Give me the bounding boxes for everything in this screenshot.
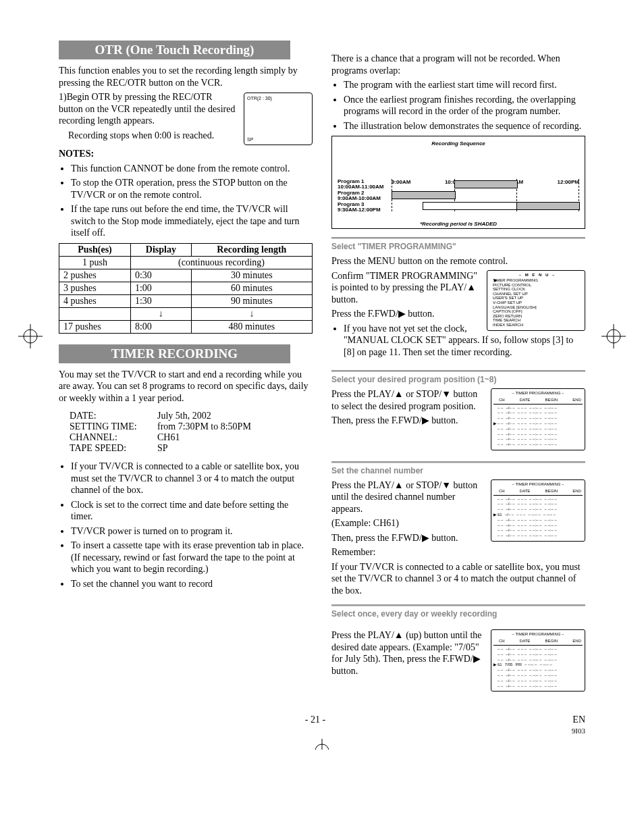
step1-line: Press the MENU button on the remote cont…: [331, 255, 585, 267]
list-item: Clock is set to the correct time and dat…: [71, 499, 313, 523]
otr-push-table: Push(es) Display Recording length 1 push…: [59, 243, 313, 334]
rev-code: 9I03: [572, 727, 585, 735]
step-header: Set the channel number: [331, 466, 585, 475]
list-item: The illustration below demonstrates the …: [344, 120, 585, 132]
recording-sequence-diagram: Recording Sequence Program 110:00AM-11:0…: [331, 136, 585, 229]
lang-code: EN: [572, 714, 585, 725]
programming-screen-diagram: – TIMER PROGRAMMING – CH DATE BEGIN END …: [491, 629, 585, 692]
list-item: If your TV/VCR is connected to a cable o…: [71, 461, 313, 496]
table-row: 1 push (continuous recording): [59, 256, 313, 269]
otr-section-header: OTR (One Touch Recording): [59, 41, 290, 59]
sequence-title: Recording Sequence: [338, 140, 579, 147]
list-item: To insert a cassette tape with its erase…: [71, 540, 313, 575]
table-row: 3 pushes 1:00 60 minutes: [59, 282, 313, 294]
table-header: Recording length: [191, 243, 312, 256]
overlap-intro: There is a chance that a program will no…: [331, 53, 585, 76]
programming-screen-diagram: – TIMER PROGRAMMING – CH DATE BEGIN END …: [491, 388, 585, 450]
list-item: To set the channel you want to record: [71, 578, 313, 590]
list-item: If the tape runs out before the end time…: [71, 203, 313, 239]
list-item: TV/VCR power is turned on to program it.: [71, 525, 313, 538]
table-header: Push(es): [59, 243, 131, 256]
timer-section-header: TIMER RECORDING: [59, 344, 290, 363]
overlap-bullets: The program with the earliest start time…: [331, 79, 585, 132]
timer-example: DATE:July 5th, 2002 SETTING TIME:from 7:…: [70, 411, 313, 454]
otr-notes-list: This function CANNOT be done from the re…: [59, 163, 313, 239]
otr-display-diagram: OTR(2 : 30) SP: [244, 93, 313, 145]
notes-label: NOTES:: [59, 148, 313, 160]
registration-mark-icon: [601, 324, 626, 348]
right-column: There is a chance that a program will no…: [331, 41, 585, 694]
otr-display-bottom-text: SP: [247, 137, 253, 142]
page-number: - 21 -: [305, 714, 325, 736]
page-footer: - 21 - EN 9I03: [59, 714, 585, 736]
registration-mark-icon: [310, 739, 334, 750]
step3-line: If your TV/VCR is connected to a cable o…: [331, 561, 585, 597]
table-row: ↓ ↓: [59, 307, 313, 320]
otr-display-top-text: OTR(2 : 30): [247, 96, 309, 101]
timer-intro: You may set the TV/VCR to start and end …: [59, 369, 313, 405]
otr-intro: This function enables you to set the rec…: [59, 65, 313, 88]
menu-screen-diagram: – M E N U – ▶ TIMER PROGRAMMING PICTURE …: [487, 270, 585, 331]
timer-notes-list: If your TV/VCR is connected to a cable o…: [59, 461, 313, 590]
table-row: 2 pushes 0:30 30 minutes: [59, 269, 313, 282]
table-row: 4 pushes 1:30 90 minutes: [59, 294, 313, 307]
left-column: OTR (One Touch Recording) This function …: [59, 41, 313, 694]
table-header: Display: [130, 243, 191, 256]
step-header: Select your desired program position (1~…: [331, 375, 585, 384]
sequence-note: *Recording period is SHADED: [338, 221, 579, 227]
manual-page: OTR (One Touch Recording) This function …: [59, 41, 585, 736]
step-header: Select "TIMER PROGRAMMING": [331, 242, 585, 251]
list-item: Once the earliest program finishes recor…: [344, 94, 585, 118]
list-item: To stop the OTR operation, press the STO…: [71, 177, 313, 201]
registration-mark-icon: [18, 324, 43, 348]
programming-screen-diagram: – TIMER PROGRAMMING – CH DATE BEGIN END …: [491, 479, 585, 542]
list-item: This function CANNOT be done from the re…: [71, 163, 313, 175]
step3-line: Remember:: [331, 546, 585, 558]
table-row: 17 pushes 8:00 480 minutes: [59, 320, 313, 333]
list-item: The program with the earliest start time…: [344, 79, 585, 91]
step-header: Select once, every day or weekly recordi…: [331, 609, 585, 619]
